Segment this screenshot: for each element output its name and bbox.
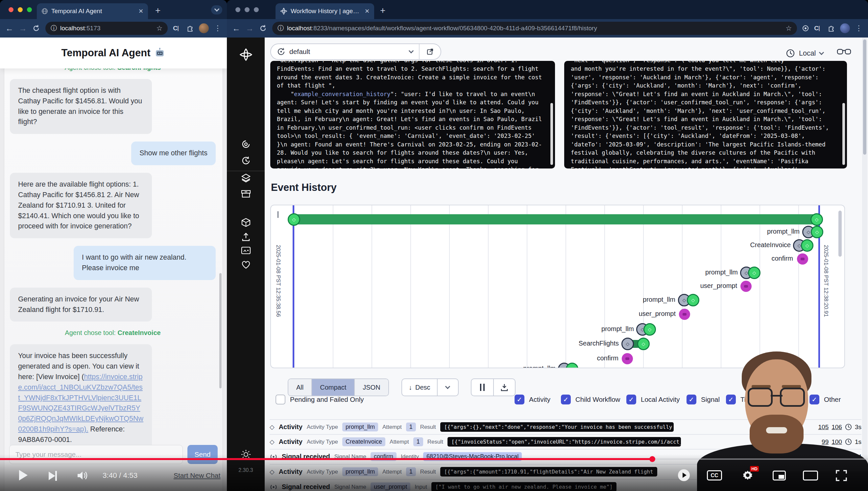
browser-menu-icon[interactable]: ⋮ bbox=[855, 24, 863, 33]
close-window-button[interactable] bbox=[236, 7, 240, 12]
profile-avatar[interactable] bbox=[199, 23, 209, 33]
feedback-heart-icon[interactable] bbox=[227, 260, 265, 269]
video-progress-bar[interactable] bbox=[0, 458, 653, 460]
workflow-execution-bar[interactable] bbox=[294, 214, 819, 225]
workflow-input-json-panel[interactable]: 'description': 'Help the user gather arg… bbox=[270, 61, 555, 169]
namespace-selector[interactable]: default bbox=[270, 44, 441, 60]
sort-desc-button[interactable]: ↓ Desc bbox=[402, 379, 437, 396]
open-namespace-button[interactable] bbox=[420, 44, 441, 59]
activity-completed-marker[interactable]: ◇ bbox=[748, 266, 761, 279]
window-controls[interactable] bbox=[8, 7, 32, 12]
panel-scrollbar[interactable] bbox=[550, 103, 553, 165]
checkbox-checked[interactable]: ✓ bbox=[626, 395, 636, 404]
signal-marker[interactable] bbox=[797, 253, 808, 265]
video-progress-track[interactable] bbox=[653, 458, 868, 460]
bookmark-star-icon[interactable]: ☆ bbox=[785, 24, 792, 32]
signal-marker[interactable] bbox=[740, 281, 752, 292]
close-tab-icon[interactable]: ✕ bbox=[138, 7, 143, 15]
extensions-puzzle-icon[interactable] bbox=[828, 25, 835, 32]
type-filter-local-activity[interactable]: ✓Local Activity bbox=[626, 395, 680, 404]
activity-completed-marker[interactable]: ◇ bbox=[644, 323, 656, 336]
extension-dot-icon[interactable] bbox=[802, 25, 809, 32]
forward-icon[interactable]: → bbox=[19, 24, 27, 33]
signal-marker[interactable] bbox=[622, 353, 633, 364]
message-input[interactable]: Type your message... bbox=[9, 445, 183, 464]
type-filter-activity[interactable]: ✓Activity bbox=[515, 395, 550, 404]
signal-marker[interactable] bbox=[679, 309, 690, 320]
type-filter-child-workflow[interactable]: ✓Child Workflow bbox=[561, 395, 620, 404]
namespaces-icon[interactable] bbox=[227, 217, 265, 228]
address-bar[interactable]: ⓘ localhost:5173 ☆ bbox=[45, 22, 168, 35]
activity-completed-marker[interactable]: ◇ bbox=[687, 294, 699, 307]
back-icon[interactable]: ← bbox=[5, 24, 13, 33]
minimize-window-button[interactable] bbox=[18, 7, 23, 12]
volume-icon[interactable] bbox=[76, 470, 88, 481]
namespace-dropdown[interactable]: default bbox=[271, 44, 419, 59]
view-mode-json[interactable]: JSON bbox=[354, 379, 388, 396]
fullscreen-button[interactable] bbox=[835, 469, 848, 482]
site-info-icon[interactable]: ⓘ bbox=[278, 24, 284, 33]
chat-scrollbar[interactable] bbox=[219, 273, 222, 388]
stack-icon[interactable] bbox=[227, 172, 265, 183]
browser-menu-icon[interactable]: ⋮ bbox=[214, 24, 222, 33]
site-info-icon[interactable]: ⓘ bbox=[51, 24, 57, 33]
address-bar[interactable]: ⓘ localhost:8233/namespaces/default/work… bbox=[272, 22, 797, 35]
new-tab-button[interactable]: + bbox=[155, 6, 160, 15]
checkbox-unchecked[interactable] bbox=[276, 395, 285, 404]
extension-ci-icon[interactable]: C▏ bbox=[173, 25, 181, 32]
workflow-result-json-panel[interactable]: 'next': 'question', 'response': \"Could … bbox=[564, 61, 847, 169]
labs-icon[interactable] bbox=[227, 246, 265, 255]
checkbox-checked[interactable]: ✓ bbox=[515, 395, 524, 404]
pending-failed-filter[interactable]: Pending and Failed Only bbox=[276, 395, 364, 404]
window-controls[interactable] bbox=[236, 7, 259, 12]
workflows-icon[interactable] bbox=[227, 139, 265, 149]
miniplayer-button[interactable] bbox=[773, 470, 786, 481]
timezone-dropdown[interactable]: Local bbox=[786, 47, 823, 60]
workflow-marker[interactable]: ◇ bbox=[288, 213, 300, 226]
new-tab-button[interactable]: + bbox=[380, 6, 385, 15]
checkbox-checked[interactable]: ✓ bbox=[561, 395, 571, 404]
labs-glasses-icon[interactable] bbox=[837, 48, 851, 56]
tab-workflow-history[interactable]: Workflow History | agent-wor ✕ bbox=[276, 3, 374, 19]
workflow-marker[interactable]: ◇ bbox=[810, 213, 823, 226]
video-playhead[interactable] bbox=[649, 456, 655, 462]
archival-icon[interactable] bbox=[227, 189, 265, 199]
forward-icon[interactable]: → bbox=[246, 24, 254, 33]
panel-scrollbar[interactable] bbox=[842, 103, 845, 165]
send-button[interactable]: Send bbox=[187, 445, 218, 464]
schedules-icon[interactable] bbox=[227, 155, 265, 166]
next-button[interactable] bbox=[49, 471, 57, 481]
autoplay-toggle[interactable] bbox=[678, 469, 690, 481]
settings-gear-icon[interactable]: HD bbox=[741, 469, 754, 482]
close-window-button[interactable] bbox=[8, 7, 13, 12]
close-tab-icon[interactable]: ✕ bbox=[365, 7, 370, 15]
view-mode-all[interactable]: All bbox=[288, 379, 311, 396]
profile-avatar[interactable] bbox=[840, 23, 850, 33]
import-icon[interactable] bbox=[227, 232, 265, 242]
minimize-window-button[interactable] bbox=[245, 7, 250, 12]
reload-icon[interactable] bbox=[259, 24, 267, 32]
zoom-window-button[interactable] bbox=[27, 7, 32, 12]
captions-button[interactable]: CC bbox=[707, 470, 722, 481]
sort-control[interactable]: ↓ Desc bbox=[401, 378, 459, 396]
reload-icon[interactable] bbox=[32, 24, 40, 32]
activity-completed-marker[interactable]: ◇ bbox=[637, 338, 650, 350]
activity-scheduled-marker[interactable]: ◇ bbox=[621, 338, 634, 350]
zoom-window-button[interactable] bbox=[254, 7, 259, 12]
bookmark-star-icon[interactable]: ☆ bbox=[156, 24, 162, 32]
play-button[interactable] bbox=[19, 470, 28, 481]
checkbox-checked[interactable]: ✓ bbox=[686, 395, 696, 404]
extensions-puzzle-icon[interactable] bbox=[186, 25, 194, 32]
timeline-scrollbar[interactable] bbox=[838, 211, 842, 257]
collapse-timeline-icon[interactable] bbox=[278, 211, 278, 217]
temporal-logo-icon[interactable] bbox=[227, 48, 265, 61]
start-new-chat-link[interactable]: Start New Chat bbox=[174, 471, 220, 480]
tab-temporal-ai-agent[interactable]: Temporal AI Agent ✕ bbox=[37, 3, 148, 19]
back-icon[interactable]: ← bbox=[232, 24, 240, 33]
pause-button[interactable] bbox=[471, 379, 493, 396]
activity-completed-marker[interactable]: ◇ bbox=[811, 226, 823, 238]
sort-options-button[interactable] bbox=[437, 379, 458, 396]
view-mode-compact[interactable]: Compact bbox=[311, 379, 354, 396]
tab-search-button[interactable] bbox=[211, 5, 222, 15]
invoice-link[interactable]: https://invoice.stripe.com/i/acct_1NBOLu… bbox=[18, 373, 143, 433]
